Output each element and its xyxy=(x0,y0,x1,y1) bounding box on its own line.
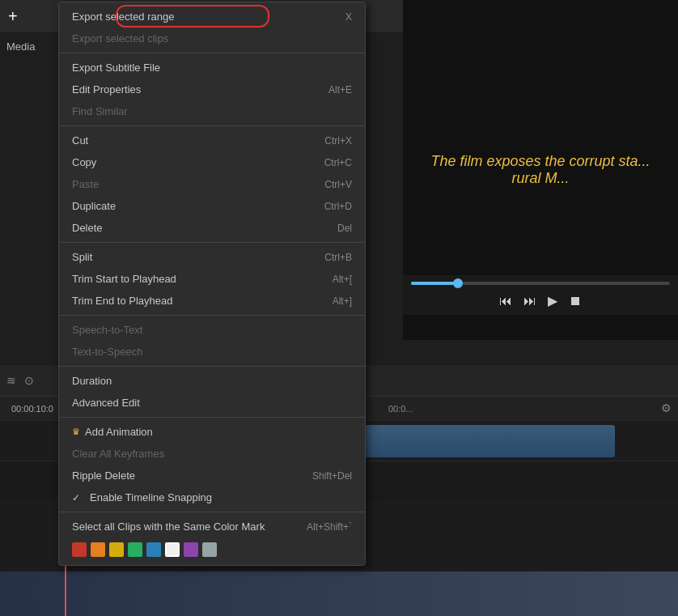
context-menu: Export selected range X Export selected … xyxy=(58,2,366,566)
add-animation-label-group: ♛ Add Animation xyxy=(72,426,153,438)
settings-icon[interactable]: ⚙ xyxy=(661,401,672,414)
split-shortcut: Ctrl+B xyxy=(324,252,352,263)
speech-to-text-label: Speech-to-Text xyxy=(72,324,142,336)
swatch-red[interactable] xyxy=(72,542,87,557)
menu-divider-2 xyxy=(59,125,365,126)
menu-item-export-range[interactable]: Export selected range X xyxy=(59,6,365,28)
menu-item-enable-snapping[interactable]: ✓ Enable Timeline Snapping xyxy=(59,486,365,508)
menu-divider-4 xyxy=(59,315,365,316)
snapping-label-group: ✓ Enable Timeline Snapping xyxy=(72,491,212,503)
menu-item-advanced-edit[interactable]: Advanced Edit xyxy=(59,392,365,414)
select-color-shortcut: Alt+Shift+` xyxy=(307,521,352,533)
swatch-purple[interactable] xyxy=(184,542,198,557)
cut-label: Cut xyxy=(72,134,88,147)
menu-item-trim-start[interactable]: Trim Start to Playhead Alt+[ xyxy=(59,268,365,290)
export-subtitle-label: Export Subtitle File xyxy=(72,62,160,74)
swatch-orange[interactable] xyxy=(91,542,105,557)
progress-fill xyxy=(411,282,458,285)
duplicate-label: Duplicate xyxy=(72,200,116,212)
menu-item-duration[interactable]: Duration xyxy=(59,370,365,392)
paste-label: Paste xyxy=(72,178,99,190)
find-similar-label: Find Similar xyxy=(72,105,128,117)
edit-properties-shortcut: Alt+E xyxy=(328,84,352,96)
swatch-gray[interactable] xyxy=(202,542,217,557)
menu-divider-3 xyxy=(59,242,365,243)
trim-end-shortcut: Alt+] xyxy=(333,295,352,307)
timeline-bottom-bar xyxy=(0,571,678,616)
delete-shortcut: Del xyxy=(337,223,352,234)
copy-shortcut: Ctrl+C xyxy=(324,157,352,168)
current-time-label: 00:00:10:0 xyxy=(0,397,65,421)
enable-snapping-label: Enable Timeline Snapping xyxy=(90,491,212,503)
menu-item-ripple-delete[interactable]: Ripple Delete Shift+Del xyxy=(59,465,365,486)
swatch-yellow[interactable] xyxy=(109,542,124,557)
swatch-white[interactable] xyxy=(165,542,180,557)
menu-item-speech-to-text: Speech-to-Text xyxy=(59,319,365,341)
menu-item-cut[interactable]: Cut Ctrl+X xyxy=(59,130,365,151)
trim-start-shortcut: Alt+[ xyxy=(333,274,352,285)
copy-label: Copy xyxy=(72,156,96,168)
check-icon: ✓ xyxy=(72,492,85,503)
split-label: Split xyxy=(72,251,92,263)
trim-start-label: Trim Start to Playhead xyxy=(72,273,176,285)
menu-divider-7 xyxy=(59,512,365,512)
add-animation-label: Add Animation xyxy=(85,426,153,438)
text-to-speech-label: Text-to-Speech xyxy=(72,346,142,358)
step-forward-button[interactable]: ⏭ xyxy=(523,294,536,308)
control-buttons: ⏮ ⏭ ▶ ⏹ xyxy=(411,293,670,308)
ripple-delete-shortcut: Shift+Del xyxy=(312,470,352,482)
menu-item-add-animation[interactable]: ♛ Add Animation xyxy=(59,421,365,443)
menu-item-copy[interactable]: Copy Ctrl+C xyxy=(59,151,365,173)
duplicate-shortcut: Ctrl+D xyxy=(324,201,352,212)
paste-shortcut: Ctrl+V xyxy=(324,179,352,190)
menu-item-paste: Paste Ctrl+V xyxy=(59,173,365,195)
menu-divider-1 xyxy=(59,53,365,53)
cut-shortcut: Ctrl+X xyxy=(324,135,352,147)
advanced-edit-label: Advanced Edit xyxy=(72,397,140,409)
swatch-green[interactable] xyxy=(128,542,142,557)
export-clips-label: Export selected clips xyxy=(72,32,168,45)
trim-end-label: Trim End to Playhead xyxy=(72,295,173,307)
color-swatches xyxy=(59,537,365,562)
preview-subtitle-text: The film exposes the corrupt sta... rura… xyxy=(403,137,678,203)
ruler-time-5: 00:0... xyxy=(388,404,469,414)
menu-divider-5 xyxy=(59,366,365,367)
menu-item-export-subtitle[interactable]: Export Subtitle File xyxy=(59,57,365,79)
stop-button[interactable]: ⏹ xyxy=(569,294,582,308)
edit-properties-label: Edit Properties xyxy=(72,83,141,96)
menu-item-find-similar: Find Similar xyxy=(59,100,365,122)
menu-item-split[interactable]: Split Ctrl+B xyxy=(59,246,365,268)
crown-icon: ♛ xyxy=(72,427,80,437)
duration-label: Duration xyxy=(72,375,112,387)
media-label: Media xyxy=(6,40,35,53)
export-range-shortcut: X xyxy=(345,11,352,23)
add-button[interactable]: + xyxy=(8,7,18,26)
select-color-label: Select all Clips with the Same Color Mar… xyxy=(72,520,265,533)
ripple-delete-label: Ripple Delete xyxy=(72,469,135,482)
swatch-blue[interactable] xyxy=(146,542,161,557)
video-controls: ⏮ ⏭ ▶ ⏹ xyxy=(403,275,678,315)
menu-item-trim-end[interactable]: Trim End to Playhead Alt+] xyxy=(59,290,365,312)
delete-label: Delete xyxy=(72,222,103,234)
menu-item-text-to-speech: Text-to-Speech xyxy=(59,341,365,363)
menu-item-delete[interactable]: Delete Del xyxy=(59,217,365,239)
step-back-button[interactable]: ⏮ xyxy=(499,294,512,308)
menu-item-duplicate[interactable]: Duplicate Ctrl+D xyxy=(59,195,365,217)
menu-item-edit-properties[interactable]: Edit Properties Alt+E xyxy=(59,79,365,100)
menu-item-export-clips: Export selected clips xyxy=(59,28,365,49)
menu-item-clear-keyframes: Clear All Keyframes xyxy=(59,443,365,465)
menu-item-select-color[interactable]: Select all Clips with the Same Color Mar… xyxy=(59,516,365,537)
clear-keyframes-label: Clear All Keyframes xyxy=(72,448,164,460)
progress-bar[interactable] xyxy=(411,282,670,285)
menu-divider-6 xyxy=(59,417,365,418)
waveform-icon[interactable]: ≋ xyxy=(6,374,16,387)
play-button[interactable]: ▶ xyxy=(548,293,557,308)
progress-thumb xyxy=(453,278,463,288)
export-range-label: Export selected range xyxy=(72,11,174,23)
magnet-icon[interactable]: ⊙ xyxy=(24,374,34,387)
